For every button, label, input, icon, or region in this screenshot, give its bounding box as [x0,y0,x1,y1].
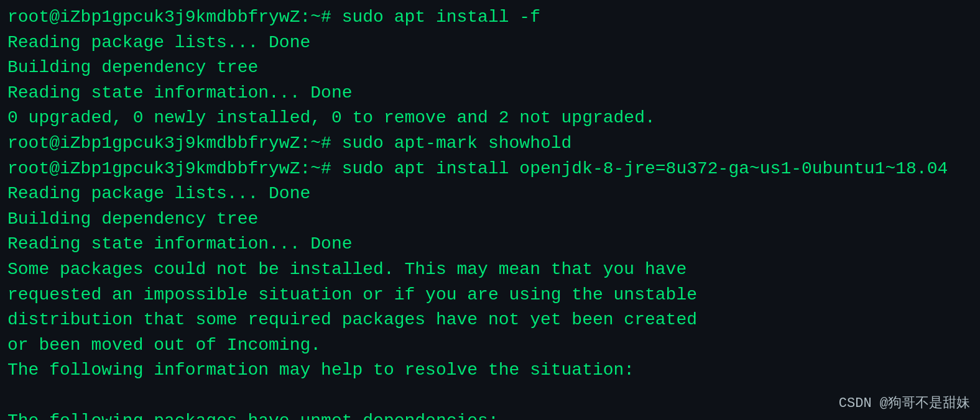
terminal-line-3: Building dependency tree [7,55,973,81]
terminal-line-8: Reading package lists... Done [7,181,973,207]
terminal-line-14: or been moved out of Incoming. [7,333,973,358]
terminal-line-16 [7,383,973,409]
terminal-line-5: 0 upgraded, 0 newly installed, 0 to remo… [7,106,973,131]
terminal-output: root@iZbp1gpcuk3j9kmdbbfrywZ:~# sudo apt… [7,5,973,420]
terminal-line-15: The following information may help to re… [7,358,973,383]
terminal-line-11: Some packages could not be installed. Th… [7,257,973,283]
terminal-line-9: Building dependency tree [7,207,973,232]
terminal-line-13: distribution that some required packages… [7,308,973,333]
terminal-line-12: requested an impossible situation or if … [7,283,973,308]
terminal-line-6: root@iZbp1gpcuk3j9kmdbbfrywZ:~# sudo apt… [7,131,973,157]
watermark: CSDN @狗哥不是甜妹 [839,394,970,414]
terminal-line-17: The following packages have unmet depend… [7,409,973,421]
terminal-line-4: Reading state information... Done [7,81,973,106]
terminal-line-10: Reading state information... Done [7,232,973,257]
terminal-line-1: root@iZbp1gpcuk3j9kmdbbfrywZ:~# sudo apt… [7,5,973,30]
terminal-line-2: Reading package lists... Done [7,30,973,56]
terminal-line-7: root@iZbp1gpcuk3j9kmdbbfrywZ:~# sudo apt… [7,157,973,182]
